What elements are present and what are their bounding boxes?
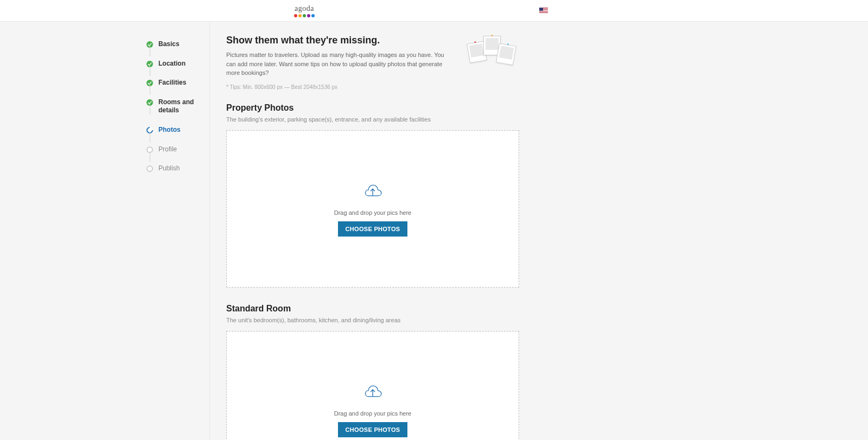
upload-tips: * Tips: Min. 800x600 px — Best 2048x1536…: [226, 83, 452, 91]
step-label: Publish: [158, 164, 180, 173]
page-title: Show them what they're missing.: [226, 35, 452, 46]
app-header: agoda: [0, 0, 868, 22]
step-label: Basics: [158, 40, 180, 49]
drop-instruction: Drag and drop your pics here: [334, 410, 411, 417]
page-subtitle: Pictures matter to travelers. Upload as …: [226, 50, 452, 78]
step-publish[interactable]: Publish: [146, 159, 209, 178]
step-facilities[interactable]: Facilities: [146, 73, 209, 93]
standard-room-subtitle: The unit's bedroom(s), bathrooms, kitche…: [226, 317, 519, 323]
step-label: Profile: [158, 145, 177, 154]
upload-cloud-icon: [362, 382, 383, 403]
step-label: Facilities: [158, 79, 186, 87]
step-photos[interactable]: Photos: [146, 120, 209, 140]
property-photos-dropzone[interactable]: Drag and drop your pics here CHOOSE PHOT…: [226, 130, 519, 288]
choose-photos-button[interactable]: CHOOSE PHOTOS: [338, 422, 408, 437]
brand-name: agoda: [295, 4, 314, 13]
main-content: Show them what they're missing. Pictures…: [210, 22, 519, 440]
step-location[interactable]: Location: [146, 54, 209, 74]
steps-sidebar: Basics Location Facilities Rooms and det…: [114, 22, 210, 440]
brand-dots: [294, 14, 315, 17]
step-basics[interactable]: Basics: [146, 35, 209, 54]
standard-room-title: Standard Room: [226, 304, 519, 314]
circle-icon: [146, 165, 153, 172]
step-profile[interactable]: Profile: [146, 140, 209, 160]
property-photos-subtitle: The building's exterior, parking space(s…: [226, 116, 519, 123]
polaroid-illustration: [465, 35, 519, 73]
upload-cloud-icon: [362, 181, 383, 202]
hero-section: Show them what they're missing. Pictures…: [226, 35, 519, 91]
step-rooms[interactable]: Rooms and details: [146, 93, 209, 120]
step-label: Location: [158, 60, 186, 68]
language-flag-us[interactable]: [539, 8, 548, 14]
choose-photos-button[interactable]: CHOOSE PHOTOS: [338, 221, 408, 237]
step-label: Rooms and details: [158, 98, 209, 115]
step-label: Photos: [158, 126, 181, 135]
standard-room-dropzone[interactable]: Drag and drop your pics here CHOOSE PHOT…: [226, 331, 519, 441]
drop-instruction: Drag and drop your pics here: [334, 209, 411, 216]
brand-logo[interactable]: agoda: [294, 4, 315, 17]
property-photos-title: Property Photos: [226, 103, 519, 113]
